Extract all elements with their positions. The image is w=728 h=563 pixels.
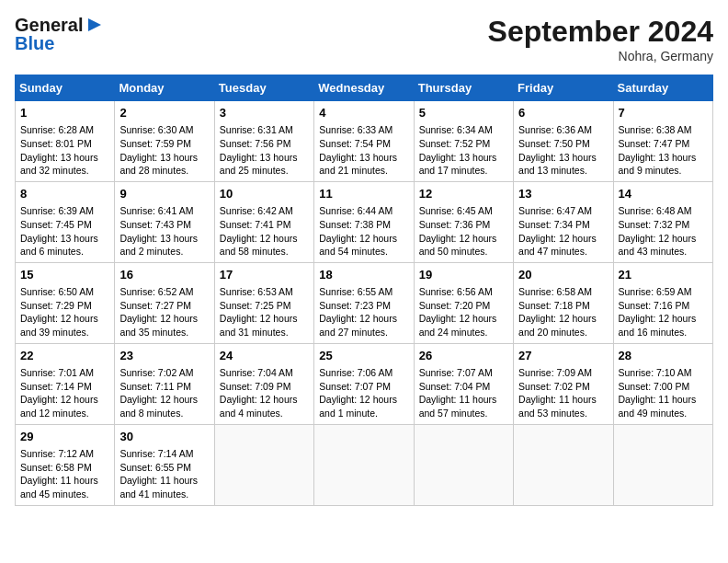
cell-sep-3: 3 Sunrise: 6:31 AMSunset: 7:56 PMDayligh… [214, 101, 313, 182]
cell-sep-29: 29 Sunrise: 7:12 AMSunset: 6:58 PMDaylig… [16, 424, 115, 505]
cell-sep-17: 17 Sunrise: 6:53 AMSunset: 7:25 PMDaylig… [214, 262, 313, 343]
cell-sep-14: 14 Sunrise: 6:48 AMSunset: 7:32 PMDaylig… [613, 181, 712, 262]
cell-sep-28: 28 Sunrise: 7:10 AMSunset: 7:00 PMDaylig… [613, 343, 712, 424]
title-block: September 2024 Nohra, Germany [488, 15, 713, 63]
svg-marker-0 [88, 18, 101, 31]
cell-sep-30: 30 Sunrise: 7:14 AMSunset: 6:55 PMDaylig… [115, 424, 214, 505]
cell-sep-24: 24 Sunrise: 7:04 AMSunset: 7:09 PMDaylig… [214, 343, 313, 424]
col-sunday: Sunday [16, 75, 115, 101]
logo-container: General Blue [15, 15, 105, 53]
cell-sep-16: 16 Sunrise: 6:52 AMSunset: 7:27 PMDaylig… [115, 262, 214, 343]
cell-sep-21: 21 Sunrise: 6:59 AMSunset: 7:16 PMDaylig… [613, 262, 712, 343]
cell-empty-5 [613, 424, 712, 505]
logo: General Blue [15, 15, 105, 53]
month-title: September 2024 [488, 15, 713, 49]
col-wednesday: Wednesday [314, 75, 414, 101]
cell-sep-26: 26 Sunrise: 7:07 AMSunset: 7:04 PMDaylig… [414, 343, 513, 424]
calendar-row-3: 15 Sunrise: 6:50 AMSunset: 7:29 PMDaylig… [16, 262, 713, 343]
cell-sep-19: 19 Sunrise: 6:56 AMSunset: 7:20 PMDaylig… [414, 262, 513, 343]
logo-general-text: General [15, 15, 83, 35]
cell-sep-25: 25 Sunrise: 7:06 AMSunset: 7:07 PMDaylig… [314, 343, 414, 424]
col-thursday: Thursday [414, 75, 513, 101]
col-friday: Friday [514, 75, 613, 101]
cell-sep-9: 9 Sunrise: 6:41 AMSunset: 7:43 PMDayligh… [115, 181, 214, 262]
cell-sep-7: 7 Sunrise: 6:38 AMSunset: 7:47 PMDayligh… [613, 101, 712, 182]
calendar-row-1: 1 Sunrise: 6:28 AMSunset: 8:01 PMDayligh… [16, 101, 713, 182]
cell-sep-12: 12 Sunrise: 6:45 AMSunset: 7:36 PMDaylig… [414, 181, 513, 262]
cell-sep-4: 4 Sunrise: 6:33 AMSunset: 7:54 PMDayligh… [314, 101, 414, 182]
cell-sep-5: 5 Sunrise: 6:34 AMSunset: 7:52 PMDayligh… [414, 101, 513, 182]
calendar-header-row: Sunday Monday Tuesday Wednesday Thursday… [16, 75, 713, 101]
cell-sep-1: 1 Sunrise: 6:28 AMSunset: 8:01 PMDayligh… [16, 101, 115, 182]
cell-sep-27: 27 Sunrise: 7:09 AMSunset: 7:02 PMDaylig… [514, 343, 613, 424]
cell-sep-20: 20 Sunrise: 6:58 AMSunset: 7:18 PMDaylig… [514, 262, 613, 343]
calendar-row-2: 8 Sunrise: 6:39 AMSunset: 7:45 PMDayligh… [16, 181, 713, 262]
logo-arrow-icon [85, 15, 105, 35]
cell-sep-2: 2 Sunrise: 6:30 AMSunset: 7:59 PMDayligh… [115, 101, 214, 182]
logo-blue-text: Blue [15, 33, 105, 53]
col-monday: Monday [115, 75, 214, 101]
cell-sep-13: 13 Sunrise: 6:47 AMSunset: 7:34 PMDaylig… [514, 181, 613, 262]
calendar-row-5: 29 Sunrise: 7:12 AMSunset: 6:58 PMDaylig… [16, 424, 713, 505]
cell-sep-18: 18 Sunrise: 6:55 AMSunset: 7:23 PMDaylig… [314, 262, 414, 343]
cell-empty-4 [514, 424, 613, 505]
cell-empty-3 [414, 424, 513, 505]
cell-sep-23: 23 Sunrise: 7:02 AMSunset: 7:11 PMDaylig… [115, 343, 214, 424]
page-header: General Blue September 2024 Nohra, Germa… [15, 15, 713, 63]
cell-sep-10: 10 Sunrise: 6:42 AMSunset: 7:41 PMDaylig… [214, 181, 313, 262]
cell-sep-11: 11 Sunrise: 6:44 AMSunset: 7:38 PMDaylig… [314, 181, 414, 262]
cell-sep-6: 6 Sunrise: 6:36 AMSunset: 7:50 PMDayligh… [514, 101, 613, 182]
cell-empty-2 [314, 424, 414, 505]
col-saturday: Saturday [613, 75, 712, 101]
col-tuesday: Tuesday [214, 75, 313, 101]
location: Nohra, Germany [488, 49, 713, 63]
cell-sep-8: 8 Sunrise: 6:39 AMSunset: 7:45 PMDayligh… [16, 181, 115, 262]
calendar-row-4: 22 Sunrise: 7:01 AMSunset: 7:14 PMDaylig… [16, 343, 713, 424]
cell-sep-22: 22 Sunrise: 7:01 AMSunset: 7:14 PMDaylig… [16, 343, 115, 424]
cell-sep-15: 15 Sunrise: 6:50 AMSunset: 7:29 PMDaylig… [16, 262, 115, 343]
cell-empty-1 [214, 424, 313, 505]
calendar-table: Sunday Monday Tuesday Wednesday Thursday… [15, 75, 713, 506]
